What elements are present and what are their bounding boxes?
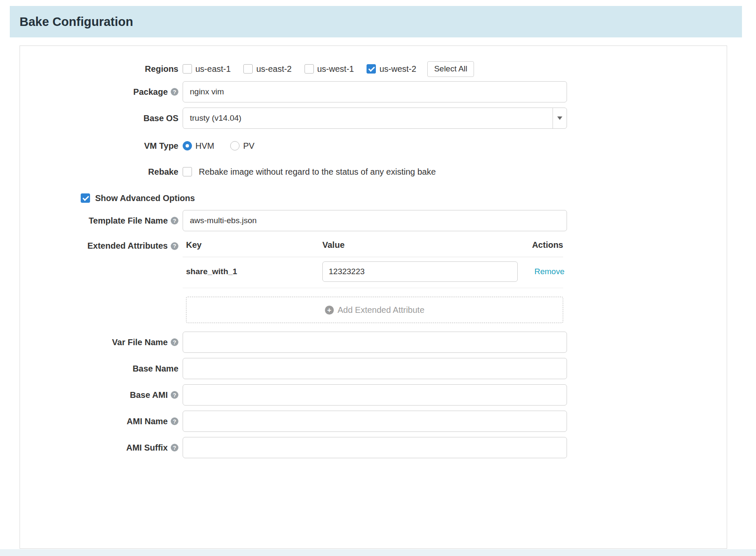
radio-icon[interactable] [230,141,240,150]
ami-suffix-label: AMI Suffix ? [20,443,183,453]
region-label: us-west-2 [379,64,416,74]
base-ami-input[interactable] [183,384,567,406]
bake-configuration-panel: Regions us-east-1 us-east-2 us-west-1 us… [20,45,727,549]
rebake-checkbox[interactable] [183,167,192,176]
template-file-name-label-text: Template File Name [89,216,168,226]
regions-row: Regions us-east-1 us-east-2 us-west-1 us… [20,61,727,77]
vm-type-label-text: VM Type [144,141,178,151]
chevron-down-icon [557,116,562,120]
package-label-text: Package [133,87,168,97]
help-icon[interactable]: ? [171,417,178,425]
ami-name-label: AMI Name ? [20,417,183,426]
ami-suffix-label-text: AMI Suffix [126,443,168,453]
extended-attributes-label: Extended Attributes ? [20,238,183,251]
help-icon[interactable]: ? [171,242,178,250]
rebake-row: Rebake Rebake image without regard to th… [20,163,727,180]
checkbox-icon[interactable] [183,64,192,74]
ami-name-row: AMI Name ? [20,411,727,432]
ami-suffix-row: AMI Suffix ? [20,437,727,458]
checkbox-icon[interactable] [305,64,314,74]
dropdown-caret-box[interactable] [553,108,567,128]
region-label: us-west-1 [317,64,354,74]
extended-attributes-table: Key Value Actions share_with_1 Remove [183,238,563,288]
show-advanced-checkbox[interactable] [81,193,90,203]
vm-type-radio-pv[interactable]: PV [230,141,254,151]
vm-type-row: VM Type HVM PV [20,137,727,154]
region-checkbox-us-east-2[interactable]: us-east-2 [243,64,291,74]
rebake-label: Rebake [20,167,183,177]
ami-name-input[interactable] [183,411,567,432]
extended-attributes-row: Extended Attributes ? Key Value Actions … [20,238,727,323]
region-label: us-east-1 [195,64,231,74]
template-file-name-input[interactable] [183,210,567,231]
region-checkbox-us-west-2[interactable]: us-west-2 [367,64,416,74]
radio-selected-icon[interactable] [183,141,192,150]
var-file-name-label: Var File Name ? [20,338,183,347]
help-icon[interactable]: ? [171,338,178,346]
extended-attributes-header: Key Value Actions [183,238,563,257]
checkbox-checked-icon[interactable] [367,64,376,74]
base-os-label-text: Base OS [144,113,178,123]
base-name-label-text: Base Name [133,364,178,374]
base-os-row: Base OS trusty (v14.04) [20,108,727,129]
base-name-row: Base Name [20,358,727,379]
package-row: Package ? [20,81,727,102]
attribute-value-input[interactable] [322,261,518,282]
extended-attributes-label-text: Extended Attributes [87,241,168,251]
base-ami-row: Base AMI ? [20,384,727,406]
help-icon[interactable]: ? [171,217,178,224]
region-checkbox-us-west-1[interactable]: us-west-1 [305,64,354,74]
package-label: Package ? [20,87,183,97]
checkbox-icon[interactable] [243,64,253,74]
show-advanced-label: Show Advanced Options [95,193,195,203]
page-bottom-band [0,549,756,556]
rebake-checkbox-label: Rebake image without regard to the statu… [199,167,436,177]
base-name-label: Base Name [20,364,183,374]
vm-type-option-label: PV [243,141,254,151]
help-icon[interactable]: ? [171,391,178,399]
region-label: us-east-2 [256,64,291,74]
vm-type-radio-hvm[interactable]: HVM [183,141,214,151]
ami-name-label-text: AMI Name [127,417,168,426]
table-row: share_with_1 Remove [183,257,563,288]
var-file-name-label-text: Var File Name [112,338,168,347]
column-header-key: Key [186,240,322,250]
regions-label-text: Regions [145,64,178,74]
plus-circle-icon: + [325,306,334,315]
regions-label: Regions [20,64,183,74]
region-checkbox-us-east-1[interactable]: us-east-1 [183,64,231,74]
column-header-actions: Actions [516,240,563,250]
var-file-name-input[interactable] [183,332,567,353]
template-file-name-row: Template File Name ? [20,210,727,231]
page-title: Bake Configuration [20,15,133,29]
var-file-name-row: Var File Name ? [20,332,727,353]
add-extended-attribute-button[interactable]: + Add Extended Attribute [186,297,563,323]
column-header-value: Value [322,240,516,250]
template-file-name-label: Template File Name ? [20,216,183,226]
base-os-label: Base OS [20,113,183,123]
add-extended-attribute-label: Add Extended Attribute [338,305,425,315]
vm-type-option-label: HVM [195,141,214,151]
base-os-selected-value: trusty (v14.04) [190,113,241,123]
base-name-input[interactable] [183,358,567,379]
package-input[interactable] [183,81,567,102]
base-ami-label: Base AMI ? [20,390,183,400]
select-all-button[interactable]: Select All [427,61,474,77]
vm-type-label: VM Type [20,141,183,151]
section-header: Bake Configuration [10,6,742,37]
rebake-label-text: Rebake [148,167,178,177]
help-icon[interactable]: ? [171,88,178,96]
base-os-select[interactable]: trusty (v14.04) [183,108,567,129]
attribute-key: share_with_1 [186,267,322,276]
show-advanced-row: Show Advanced Options [20,190,727,207]
remove-attribute-link[interactable]: Remove [534,267,564,276]
base-ami-label-text: Base AMI [130,390,168,400]
help-icon[interactable]: ? [171,444,178,451]
ami-suffix-input[interactable] [183,437,567,458]
